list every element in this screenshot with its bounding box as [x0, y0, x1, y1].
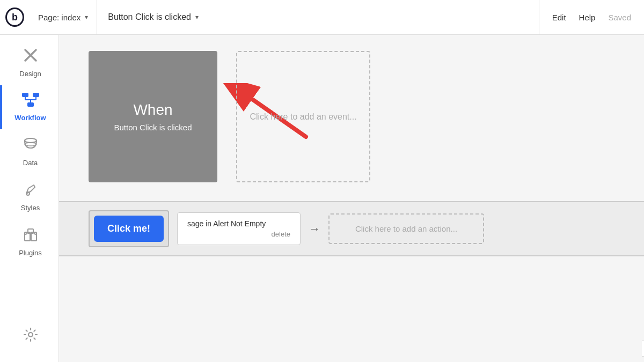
- sidebar-item-plugins[interactable]: Plugins: [0, 219, 58, 264]
- add-action-text: Click here to add an action...: [355, 224, 457, 233]
- sidebar-styles-label: Styles: [21, 204, 40, 212]
- sidebar-item-workflow[interactable]: Workflow: [0, 85, 58, 129]
- sidebar-item-data[interactable]: Data: [0, 129, 58, 174]
- settings-icon: [23, 327, 38, 346]
- add-event-text: Click here to add an event...: [239, 101, 367, 132]
- event-label: Button Click is clicked: [108, 12, 191, 22]
- page-selector[interactable]: Page: index ▾: [30, 0, 97, 34]
- design-icon: [23, 48, 38, 67]
- svg-rect-2: [22, 93, 28, 97]
- sidebar-item-design[interactable]: Design: [0, 40, 58, 85]
- add-event-box[interactable]: Click here to add an event...: [236, 51, 370, 182]
- edit-button[interactable]: Edit: [552, 13, 566, 22]
- button-preview-wrapper: Click me!: [89, 210, 169, 247]
- data-icon: [23, 137, 38, 156]
- svg-point-9: [25, 138, 36, 143]
- sidebar-plugins-label: Plugins: [19, 249, 42, 257]
- topbar: b Page: index ▾ Button Click is clicked …: [0, 0, 644, 35]
- svg-rect-3: [33, 93, 39, 97]
- event-selector[interactable]: Button Click is clicked ▾: [97, 0, 539, 34]
- plugins-icon: [23, 227, 38, 246]
- topbar-actions: Edit Help Saved: [539, 13, 644, 22]
- logo[interactable]: b: [0, 8, 30, 27]
- svg-point-16: [28, 333, 33, 337]
- page-dropdown-arrow: ▾: [85, 13, 88, 21]
- svg-point-12: [26, 192, 30, 195]
- sidebar-collapse-button[interactable]: ▶: [642, 341, 644, 357]
- when-title: When: [133, 101, 172, 119]
- layout: Design Workflow: [0, 35, 644, 362]
- sidebar-data-label: Data: [23, 159, 38, 167]
- workflow-icon: [22, 93, 39, 110]
- help-button[interactable]: Help: [579, 13, 596, 22]
- svg-rect-4: [27, 102, 34, 107]
- sidebar: Design Workflow: [0, 35, 59, 362]
- when-card[interactable]: When Button Click is clicked: [89, 51, 217, 182]
- sidebar-workflow-label: Workflow: [14, 114, 46, 122]
- styles-icon: [23, 182, 38, 201]
- saved-status: Saved: [608, 13, 631, 22]
- arrow-right-icon: →: [309, 222, 320, 236]
- condition-delete-button[interactable]: delete: [272, 230, 290, 238]
- sidebar-item-styles[interactable]: Styles: [0, 174, 58, 219]
- condition-text: sage in Alert Not Empty: [187, 219, 266, 228]
- sidebar-item-settings[interactable]: [0, 320, 58, 357]
- page-label: Page: index: [38, 13, 80, 22]
- workflow-canvas-area: When Button Click is clicked Click here …: [59, 35, 644, 362]
- click-me-button[interactable]: Click me!: [94, 216, 164, 242]
- when-subtitle: Button Click is clicked: [114, 123, 192, 132]
- sidebar-design-label: Design: [19, 70, 41, 78]
- logo-icon: b: [5, 8, 24, 27]
- event-dropdown-arrow: ▾: [195, 13, 199, 21]
- condition-row: Click me! sage in Alert Not Empty delete…: [59, 201, 644, 256]
- add-action-box[interactable]: Click here to add an action...: [328, 213, 484, 244]
- condition-box[interactable]: sage in Alert Not Empty delete: [177, 212, 301, 245]
